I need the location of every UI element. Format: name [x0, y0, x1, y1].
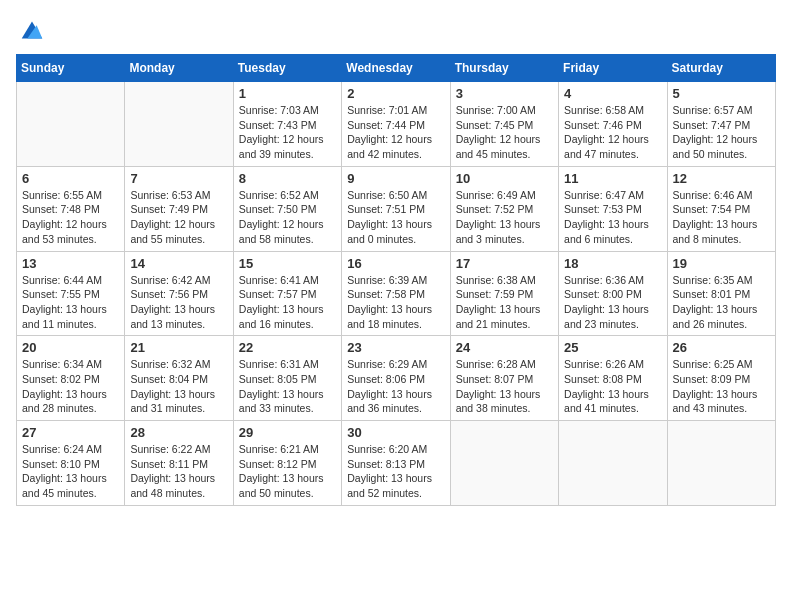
day-header-friday: Friday — [559, 55, 667, 82]
table-row: 5Sunrise: 6:57 AM Sunset: 7:47 PM Daylig… — [667, 82, 775, 167]
day-info: Sunrise: 6:39 AM Sunset: 7:58 PM Dayligh… — [347, 273, 444, 332]
day-info: Sunrise: 6:20 AM Sunset: 8:13 PM Dayligh… — [347, 442, 444, 501]
day-number: 21 — [130, 340, 227, 355]
day-info: Sunrise: 6:25 AM Sunset: 8:09 PM Dayligh… — [673, 357, 770, 416]
day-number: 12 — [673, 171, 770, 186]
day-info: Sunrise: 6:38 AM Sunset: 7:59 PM Dayligh… — [456, 273, 553, 332]
day-info: Sunrise: 6:50 AM Sunset: 7:51 PM Dayligh… — [347, 188, 444, 247]
day-number: 28 — [130, 425, 227, 440]
day-info: Sunrise: 6:24 AM Sunset: 8:10 PM Dayligh… — [22, 442, 119, 501]
calendar-table: SundayMondayTuesdayWednesdayThursdayFrid… — [16, 54, 776, 506]
table-row: 21Sunrise: 6:32 AM Sunset: 8:04 PM Dayli… — [125, 336, 233, 421]
table-row: 2Sunrise: 7:01 AM Sunset: 7:44 PM Daylig… — [342, 82, 450, 167]
day-info: Sunrise: 6:28 AM Sunset: 8:07 PM Dayligh… — [456, 357, 553, 416]
logo — [16, 16, 46, 44]
table-row: 3Sunrise: 7:00 AM Sunset: 7:45 PM Daylig… — [450, 82, 558, 167]
day-info: Sunrise: 6:41 AM Sunset: 7:57 PM Dayligh… — [239, 273, 336, 332]
table-row: 6Sunrise: 6:55 AM Sunset: 7:48 PM Daylig… — [17, 166, 125, 251]
table-row: 4Sunrise: 6:58 AM Sunset: 7:46 PM Daylig… — [559, 82, 667, 167]
table-row: 7Sunrise: 6:53 AM Sunset: 7:49 PM Daylig… — [125, 166, 233, 251]
table-row: 23Sunrise: 6:29 AM Sunset: 8:06 PM Dayli… — [342, 336, 450, 421]
day-info: Sunrise: 6:49 AM Sunset: 7:52 PM Dayligh… — [456, 188, 553, 247]
calendar-header-row: SundayMondayTuesdayWednesdayThursdayFrid… — [17, 55, 776, 82]
day-number: 10 — [456, 171, 553, 186]
day-number: 16 — [347, 256, 444, 271]
table-row: 19Sunrise: 6:35 AM Sunset: 8:01 PM Dayli… — [667, 251, 775, 336]
day-number: 30 — [347, 425, 444, 440]
day-header-saturday: Saturday — [667, 55, 775, 82]
day-info: Sunrise: 6:29 AM Sunset: 8:06 PM Dayligh… — [347, 357, 444, 416]
day-number: 9 — [347, 171, 444, 186]
day-number: 14 — [130, 256, 227, 271]
day-info: Sunrise: 6:26 AM Sunset: 8:08 PM Dayligh… — [564, 357, 661, 416]
calendar-week-4: 20Sunrise: 6:34 AM Sunset: 8:02 PM Dayli… — [17, 336, 776, 421]
table-row: 15Sunrise: 6:41 AM Sunset: 7:57 PM Dayli… — [233, 251, 341, 336]
table-row: 25Sunrise: 6:26 AM Sunset: 8:08 PM Dayli… — [559, 336, 667, 421]
day-number: 1 — [239, 86, 336, 101]
table-row: 8Sunrise: 6:52 AM Sunset: 7:50 PM Daylig… — [233, 166, 341, 251]
table-row: 30Sunrise: 6:20 AM Sunset: 8:13 PM Dayli… — [342, 421, 450, 506]
day-header-monday: Monday — [125, 55, 233, 82]
logo-icon — [18, 16, 46, 44]
table-row: 14Sunrise: 6:42 AM Sunset: 7:56 PM Dayli… — [125, 251, 233, 336]
table-row — [450, 421, 558, 506]
table-row: 29Sunrise: 6:21 AM Sunset: 8:12 PM Dayli… — [233, 421, 341, 506]
day-number: 11 — [564, 171, 661, 186]
day-info: Sunrise: 6:46 AM Sunset: 7:54 PM Dayligh… — [673, 188, 770, 247]
day-info: Sunrise: 6:32 AM Sunset: 8:04 PM Dayligh… — [130, 357, 227, 416]
table-row — [559, 421, 667, 506]
table-row: 26Sunrise: 6:25 AM Sunset: 8:09 PM Dayli… — [667, 336, 775, 421]
day-number: 22 — [239, 340, 336, 355]
day-header-tuesday: Tuesday — [233, 55, 341, 82]
table-row: 16Sunrise: 6:39 AM Sunset: 7:58 PM Dayli… — [342, 251, 450, 336]
day-info: Sunrise: 6:44 AM Sunset: 7:55 PM Dayligh… — [22, 273, 119, 332]
day-info: Sunrise: 6:55 AM Sunset: 7:48 PM Dayligh… — [22, 188, 119, 247]
table-row: 18Sunrise: 6:36 AM Sunset: 8:00 PM Dayli… — [559, 251, 667, 336]
day-number: 4 — [564, 86, 661, 101]
day-info: Sunrise: 6:21 AM Sunset: 8:12 PM Dayligh… — [239, 442, 336, 501]
day-number: 5 — [673, 86, 770, 101]
table-row: 20Sunrise: 6:34 AM Sunset: 8:02 PM Dayli… — [17, 336, 125, 421]
calendar-week-1: 1Sunrise: 7:03 AM Sunset: 7:43 PM Daylig… — [17, 82, 776, 167]
day-number: 7 — [130, 171, 227, 186]
day-info: Sunrise: 6:42 AM Sunset: 7:56 PM Dayligh… — [130, 273, 227, 332]
table-row — [667, 421, 775, 506]
table-row: 28Sunrise: 6:22 AM Sunset: 8:11 PM Dayli… — [125, 421, 233, 506]
day-info: Sunrise: 7:03 AM Sunset: 7:43 PM Dayligh… — [239, 103, 336, 162]
page-header — [16, 16, 776, 44]
day-info: Sunrise: 7:00 AM Sunset: 7:45 PM Dayligh… — [456, 103, 553, 162]
day-info: Sunrise: 6:34 AM Sunset: 8:02 PM Dayligh… — [22, 357, 119, 416]
day-number: 24 — [456, 340, 553, 355]
day-number: 17 — [456, 256, 553, 271]
day-info: Sunrise: 6:53 AM Sunset: 7:49 PM Dayligh… — [130, 188, 227, 247]
day-number: 2 — [347, 86, 444, 101]
day-info: Sunrise: 6:58 AM Sunset: 7:46 PM Dayligh… — [564, 103, 661, 162]
day-number: 26 — [673, 340, 770, 355]
day-number: 27 — [22, 425, 119, 440]
table-row: 24Sunrise: 6:28 AM Sunset: 8:07 PM Dayli… — [450, 336, 558, 421]
day-info: Sunrise: 6:31 AM Sunset: 8:05 PM Dayligh… — [239, 357, 336, 416]
day-header-wednesday: Wednesday — [342, 55, 450, 82]
table-row: 22Sunrise: 6:31 AM Sunset: 8:05 PM Dayli… — [233, 336, 341, 421]
table-row: 27Sunrise: 6:24 AM Sunset: 8:10 PM Dayli… — [17, 421, 125, 506]
calendar-week-5: 27Sunrise: 6:24 AM Sunset: 8:10 PM Dayli… — [17, 421, 776, 506]
day-info: Sunrise: 6:47 AM Sunset: 7:53 PM Dayligh… — [564, 188, 661, 247]
day-info: Sunrise: 6:35 AM Sunset: 8:01 PM Dayligh… — [673, 273, 770, 332]
day-info: Sunrise: 6:22 AM Sunset: 8:11 PM Dayligh… — [130, 442, 227, 501]
day-number: 8 — [239, 171, 336, 186]
day-info: Sunrise: 6:52 AM Sunset: 7:50 PM Dayligh… — [239, 188, 336, 247]
table-row: 13Sunrise: 6:44 AM Sunset: 7:55 PM Dayli… — [17, 251, 125, 336]
day-header-sunday: Sunday — [17, 55, 125, 82]
day-number: 19 — [673, 256, 770, 271]
table-row: 1Sunrise: 7:03 AM Sunset: 7:43 PM Daylig… — [233, 82, 341, 167]
day-info: Sunrise: 6:36 AM Sunset: 8:00 PM Dayligh… — [564, 273, 661, 332]
table-row — [125, 82, 233, 167]
calendar-week-2: 6Sunrise: 6:55 AM Sunset: 7:48 PM Daylig… — [17, 166, 776, 251]
day-number: 6 — [22, 171, 119, 186]
table-row: 10Sunrise: 6:49 AM Sunset: 7:52 PM Dayli… — [450, 166, 558, 251]
day-number: 29 — [239, 425, 336, 440]
day-header-thursday: Thursday — [450, 55, 558, 82]
day-number: 20 — [22, 340, 119, 355]
day-info: Sunrise: 7:01 AM Sunset: 7:44 PM Dayligh… — [347, 103, 444, 162]
day-number: 15 — [239, 256, 336, 271]
